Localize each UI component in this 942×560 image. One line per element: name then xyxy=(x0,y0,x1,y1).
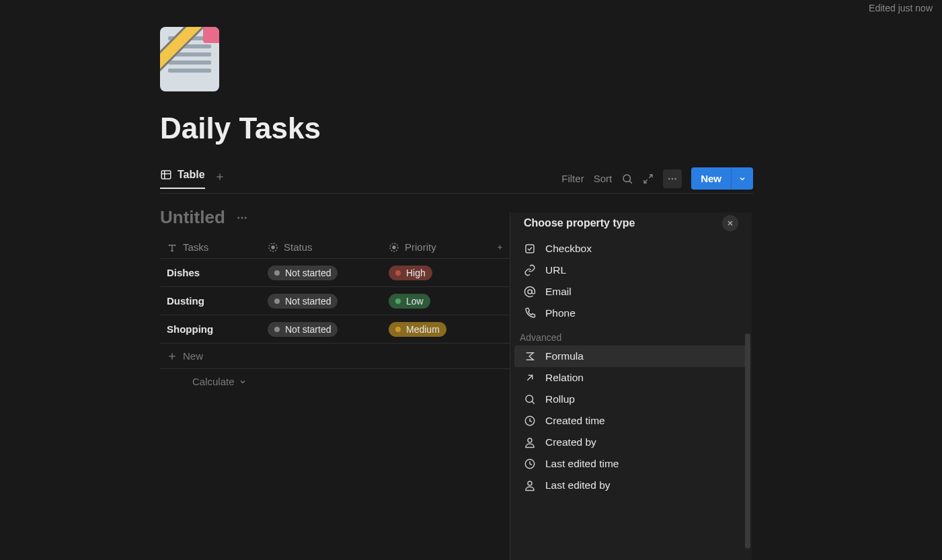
email-icon xyxy=(524,286,536,298)
search-icon[interactable] xyxy=(621,173,633,185)
edited-status: Edited just now xyxy=(869,3,933,13)
table-row[interactable]: ShoppingNot startedMedium xyxy=(160,315,511,344)
svg-point-33 xyxy=(528,481,532,485)
new-button[interactable]: New xyxy=(691,167,753,190)
property-option-rollup[interactable]: Rollup xyxy=(514,389,748,410)
scrollbar[interactable] xyxy=(745,333,750,549)
svg-line-7 xyxy=(649,175,652,178)
property-option-checkbox[interactable]: Checkbox xyxy=(514,238,748,259)
cell-priority[interactable]: Medium xyxy=(382,322,489,337)
calculate-button[interactable]: Calculate xyxy=(160,369,511,387)
property-option-email[interactable]: Email xyxy=(514,281,748,303)
svg-point-12 xyxy=(237,216,239,218)
status-icon xyxy=(389,242,399,253)
property-option-label: Created by xyxy=(545,436,596,448)
add-column-button[interactable] xyxy=(489,236,511,258)
svg-point-5 xyxy=(623,175,631,182)
close-icon[interactable] xyxy=(722,215,738,231)
page-icon[interactable] xyxy=(160,27,219,91)
svg-point-28 xyxy=(526,395,533,403)
more-icon[interactable] xyxy=(663,169,682,188)
column-label: Status xyxy=(284,241,313,253)
svg-line-6 xyxy=(630,181,632,183)
property-option-label: Last edited time xyxy=(545,458,619,470)
expand-icon[interactable] xyxy=(643,173,654,184)
table-row[interactable]: DishesNot startedHigh xyxy=(160,259,511,287)
page-title[interactable]: Daily Tasks xyxy=(160,112,753,145)
property-option-url[interactable]: URL xyxy=(514,259,748,281)
new-button-dropdown[interactable] xyxy=(731,167,753,190)
property-option-edited-by[interactable]: Last edited by xyxy=(514,475,748,496)
column-label: Priority xyxy=(405,241,436,253)
new-row-label: New xyxy=(183,350,203,362)
property-option-edited-time[interactable]: Last edited time xyxy=(514,453,748,475)
cell-status[interactable]: Not started xyxy=(261,266,382,280)
svg-point-14 xyxy=(245,216,247,218)
cell-task[interactable]: Shopping xyxy=(160,323,261,335)
svg-rect-0 xyxy=(161,171,171,179)
column-label: Tasks xyxy=(183,241,208,253)
property-option-label: Rollup xyxy=(545,393,575,405)
property-option-relation[interactable]: Relation xyxy=(514,367,748,389)
svg-line-29 xyxy=(532,401,534,403)
svg-point-11 xyxy=(674,177,676,179)
property-option-phone[interactable]: Phone xyxy=(514,303,748,324)
column-header-priority[interactable]: Priority xyxy=(382,236,489,258)
edited-by-icon xyxy=(524,479,536,491)
tab-table[interactable]: Table xyxy=(160,169,205,189)
created-by-icon xyxy=(524,436,536,448)
database-more-icon[interactable] xyxy=(236,212,248,224)
edited-time-icon xyxy=(524,458,536,470)
property-option-label: Phone xyxy=(545,307,576,319)
new-button-label[interactable]: New xyxy=(691,167,731,190)
status-icon xyxy=(268,242,278,253)
cell-status[interactable]: Not started xyxy=(261,294,382,309)
svg-line-8 xyxy=(644,179,647,183)
created-time-icon xyxy=(524,415,536,427)
url-icon xyxy=(524,264,536,276)
property-option-label: Last edited by xyxy=(545,479,611,491)
cell-task[interactable]: Dusting xyxy=(160,295,261,307)
svg-point-16 xyxy=(272,246,274,249)
cell-status[interactable]: Not started xyxy=(261,322,382,337)
cell-priority[interactable]: Low xyxy=(382,294,489,309)
phone-icon xyxy=(524,307,536,319)
filter-button[interactable]: Filter xyxy=(561,173,584,184)
property-option-label: Relation xyxy=(545,372,584,384)
table-row[interactable]: DustingNot startedLow xyxy=(160,287,511,315)
database-table: Tasks Status Priority DishesNot startedH… xyxy=(160,236,511,387)
view-bar: Table Filter Sort New xyxy=(160,164,753,194)
svg-point-18 xyxy=(393,246,395,249)
column-header-status[interactable]: Status xyxy=(261,236,382,258)
checkbox-icon xyxy=(524,243,536,255)
popover-title: Choose property type xyxy=(524,217,635,229)
calculate-label: Calculate xyxy=(192,376,235,387)
property-option-formula[interactable]: Formula xyxy=(514,346,748,367)
property-type-popover: Choose property type CheckboxURLEmailPho… xyxy=(510,212,752,560)
tab-label: Table xyxy=(178,169,205,181)
column-header-tasks[interactable]: Tasks xyxy=(160,236,261,258)
text-icon xyxy=(167,242,178,253)
advanced-section-label: Advanced xyxy=(510,324,752,346)
svg-point-13 xyxy=(241,216,243,218)
cell-task[interactable]: Dishes xyxy=(160,267,261,278)
cell-priority[interactable]: High xyxy=(382,266,489,280)
table-icon xyxy=(160,169,172,181)
property-option-created-time[interactable]: Created time xyxy=(514,410,748,432)
svg-rect-25 xyxy=(526,245,534,253)
property-option-label: URL xyxy=(545,264,566,276)
sort-button[interactable]: Sort xyxy=(594,173,613,184)
add-view-button[interactable] xyxy=(214,171,225,186)
rollup-icon xyxy=(524,393,536,405)
property-option-created-by[interactable]: Created by xyxy=(514,432,748,453)
property-option-label: Checkbox xyxy=(545,243,592,255)
new-row-button[interactable]: New xyxy=(160,344,511,369)
svg-point-10 xyxy=(672,177,674,179)
property-option-label: Formula xyxy=(545,350,584,362)
database-title[interactable]: Untitled xyxy=(160,207,225,228)
svg-point-31 xyxy=(528,438,532,442)
svg-line-27 xyxy=(527,375,533,381)
formula-icon xyxy=(524,350,536,362)
relation-icon xyxy=(524,372,536,384)
property-option-label: Created time xyxy=(545,415,605,427)
